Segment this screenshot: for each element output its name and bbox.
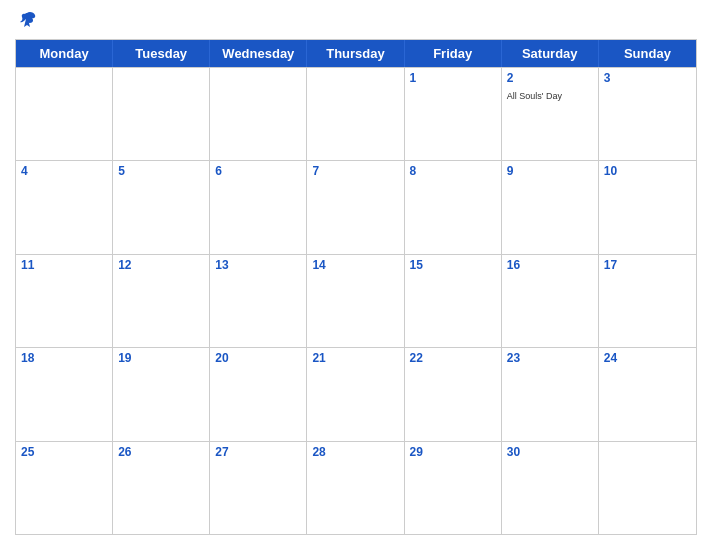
day-number: 14: [312, 258, 398, 272]
day-number: 22: [410, 351, 496, 365]
day-number: 24: [604, 351, 691, 365]
day-number: 30: [507, 445, 593, 459]
header-day-sunday: Sunday: [599, 40, 696, 67]
day-number: 1: [410, 71, 496, 85]
bird-icon: [17, 10, 37, 34]
calendar-cell-1-3: 7: [307, 161, 404, 253]
header-day-monday: Monday: [16, 40, 113, 67]
day-number: 17: [604, 258, 691, 272]
calendar-cell-4-4: 29: [405, 442, 502, 534]
day-number: 4: [21, 164, 107, 178]
day-number: 2: [507, 71, 593, 85]
calendar-cell-0-4: 1: [405, 68, 502, 160]
calendar-cell-1-2: 6: [210, 161, 307, 253]
calendar-cell-4-5: 30: [502, 442, 599, 534]
calendar-cell-1-0: 4: [16, 161, 113, 253]
day-number: 13: [215, 258, 301, 272]
day-number: 7: [312, 164, 398, 178]
day-number: 9: [507, 164, 593, 178]
week-row-3: 18192021222324: [16, 347, 696, 440]
calendar-cell-3-2: 20: [210, 348, 307, 440]
day-number: 26: [118, 445, 204, 459]
calendar-cell-2-0: 11: [16, 255, 113, 347]
calendar-cell-2-2: 13: [210, 255, 307, 347]
day-number: 3: [604, 71, 691, 85]
calendar-cell-3-6: 24: [599, 348, 696, 440]
calendar-cell-3-1: 19: [113, 348, 210, 440]
day-number: 6: [215, 164, 301, 178]
day-number: 12: [118, 258, 204, 272]
day-number: 21: [312, 351, 398, 365]
calendar-header: MondayTuesdayWednesdayThursdayFridaySatu…: [16, 40, 696, 67]
day-number: 29: [410, 445, 496, 459]
day-number: 10: [604, 164, 691, 178]
day-number: 19: [118, 351, 204, 365]
calendar-cell-4-3: 28: [307, 442, 404, 534]
calendar-cell-3-5: 23: [502, 348, 599, 440]
day-number: 15: [410, 258, 496, 272]
logo: [15, 10, 37, 34]
calendar-cell-1-4: 8: [405, 161, 502, 253]
calendar-cell-2-3: 14: [307, 255, 404, 347]
header: [15, 10, 697, 39]
day-number: 5: [118, 164, 204, 178]
calendar-cell-0-5: 2All Souls' Day: [502, 68, 599, 160]
header-day-thursday: Thursday: [307, 40, 404, 67]
week-row-0: 12All Souls' Day3: [16, 67, 696, 160]
logo-blue: [15, 10, 37, 34]
calendar-cell-2-5: 16: [502, 255, 599, 347]
week-row-1: 45678910: [16, 160, 696, 253]
header-day-saturday: Saturday: [502, 40, 599, 67]
day-number: 16: [507, 258, 593, 272]
calendar-cell-0-3: [307, 68, 404, 160]
day-number: 8: [410, 164, 496, 178]
calendar-cell-2-1: 12: [113, 255, 210, 347]
calendar-cell-4-2: 27: [210, 442, 307, 534]
calendar-cell-0-0: [16, 68, 113, 160]
calendar-cell-3-3: 21: [307, 348, 404, 440]
calendar-cell-4-1: 26: [113, 442, 210, 534]
calendar-cell-3-0: 18: [16, 348, 113, 440]
calendar-cell-1-1: 5: [113, 161, 210, 253]
calendar-cell-2-4: 15: [405, 255, 502, 347]
calendar-body: 12All Souls' Day345678910111213141516171…: [16, 67, 696, 534]
day-number: 20: [215, 351, 301, 365]
week-row-2: 11121314151617: [16, 254, 696, 347]
calendar-cell-3-4: 22: [405, 348, 502, 440]
day-event: All Souls' Day: [507, 91, 562, 101]
day-number: 25: [21, 445, 107, 459]
day-number: 28: [312, 445, 398, 459]
calendar-cell-1-5: 9: [502, 161, 599, 253]
day-number: 23: [507, 351, 593, 365]
week-row-4: 252627282930: [16, 441, 696, 534]
calendar-cell-0-1: [113, 68, 210, 160]
calendar-cell-2-6: 17: [599, 255, 696, 347]
day-number: 27: [215, 445, 301, 459]
calendar-cell-4-6: [599, 442, 696, 534]
calendar-cell-1-6: 10: [599, 161, 696, 253]
header-day-wednesday: Wednesday: [210, 40, 307, 67]
calendar-cell-0-6: 3: [599, 68, 696, 160]
header-day-friday: Friday: [405, 40, 502, 67]
day-number: 18: [21, 351, 107, 365]
calendar-cell-4-0: 25: [16, 442, 113, 534]
header-day-tuesday: Tuesday: [113, 40, 210, 67]
day-number: 11: [21, 258, 107, 272]
calendar-cell-0-2: [210, 68, 307, 160]
calendar: MondayTuesdayWednesdayThursdayFridaySatu…: [15, 39, 697, 535]
